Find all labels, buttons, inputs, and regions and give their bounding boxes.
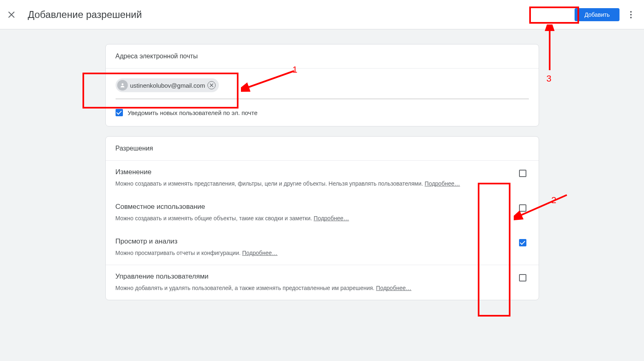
permission-text: Управление пользователями Можно добавлят…	[116, 272, 503, 292]
header-left: Добавление разрешений	[7, 9, 142, 20]
annotation-label-3: 3	[546, 73, 551, 84]
permission-desc: Можно добавлять и удалять пользователей,…	[116, 284, 503, 292]
permission-desc: Можно создавать и изменять общие объекты…	[116, 214, 503, 223]
chip-email-text: ustinenkolubov@gmail.com	[130, 82, 205, 89]
permission-row: Просмотр и анализ Можно просматривать от…	[106, 230, 539, 265]
permissions-card-title: Разрешения	[106, 137, 539, 161]
annotation-arrow-3	[537, 24, 562, 73]
add-button[interactable]: Добавить	[575, 8, 619, 21]
email-chip-row[interactable]: ustinenkolubov@gmail.com	[116, 69, 529, 99]
permission-row: Изменение Можно создавать и изменять пре…	[106, 161, 539, 195]
page-title: Добавление разрешений	[28, 9, 142, 20]
permission-checkbox-col	[519, 237, 529, 246]
annotation-label-2: 2	[551, 195, 556, 206]
permission-text: Совместное использование Можно создавать…	[116, 203, 503, 223]
avatar-icon	[117, 80, 128, 91]
learn-more-link[interactable]: Подробнее…	[314, 215, 349, 221]
permission-title: Совместное использование	[116, 203, 503, 211]
permission-checkbox[interactable]	[519, 274, 526, 281]
email-chip[interactable]: ustinenkolubov@gmail.com	[116, 78, 219, 92]
notify-label: Уведомить новых пользователей по эл. поч…	[128, 109, 258, 116]
permission-checkbox-col	[519, 272, 529, 281]
content: Адреса электронной почты ustinenkolubov@…	[105, 44, 539, 300]
close-icon[interactable]	[7, 10, 16, 20]
permission-checkbox[interactable]	[519, 170, 526, 177]
svg-point-0	[121, 83, 123, 85]
email-card-title: Адреса электронной почты	[106, 44, 539, 69]
modal-header: Добавление разрешений Добавить	[0, 0, 644, 29]
notify-row[interactable]: Уведомить новых пользователей по эл. поч…	[116, 109, 529, 116]
permission-text: Изменение Можно создавать и изменять пре…	[116, 168, 503, 188]
learn-more-link[interactable]: Подробнее…	[376, 285, 412, 291]
permission-checkbox-col	[519, 168, 529, 177]
permission-desc: Можно создавать и изменять представления…	[116, 179, 503, 188]
permission-title: Просмотр и анализ	[116, 237, 503, 246]
chip-remove-icon[interactable]	[207, 81, 216, 89]
permission-title: Изменение	[116, 168, 503, 176]
permission-text: Просмотр и анализ Можно просматривать от…	[116, 237, 503, 257]
header-right: Добавить	[575, 8, 636, 21]
learn-more-link[interactable]: Подробнее…	[425, 180, 460, 187]
email-card-body: ustinenkolubov@gmail.com Уведомить новых…	[106, 69, 539, 126]
permissions-card: Разрешения Изменение Можно создавать и и…	[105, 136, 539, 300]
permission-checkbox[interactable]	[519, 239, 526, 246]
permission-title: Управление пользователями	[116, 272, 503, 281]
permission-row: Совместное использование Можно создавать…	[106, 195, 539, 230]
notify-checkbox[interactable]	[116, 109, 123, 116]
permission-desc: Можно просматривать отчеты и конфигураци…	[116, 249, 503, 257]
email-card: Адреса электронной почты ustinenkolubov@…	[105, 44, 539, 126]
permissions-list: Изменение Можно создавать и изменять пре…	[106, 161, 539, 300]
permission-checkbox[interactable]	[519, 204, 526, 212]
permission-checkbox-col	[519, 203, 529, 212]
more-vert-icon[interactable]	[626, 10, 636, 20]
learn-more-link[interactable]: Подробнее…	[242, 250, 278, 256]
permission-row: Управление пользователями Можно добавлят…	[106, 265, 539, 300]
